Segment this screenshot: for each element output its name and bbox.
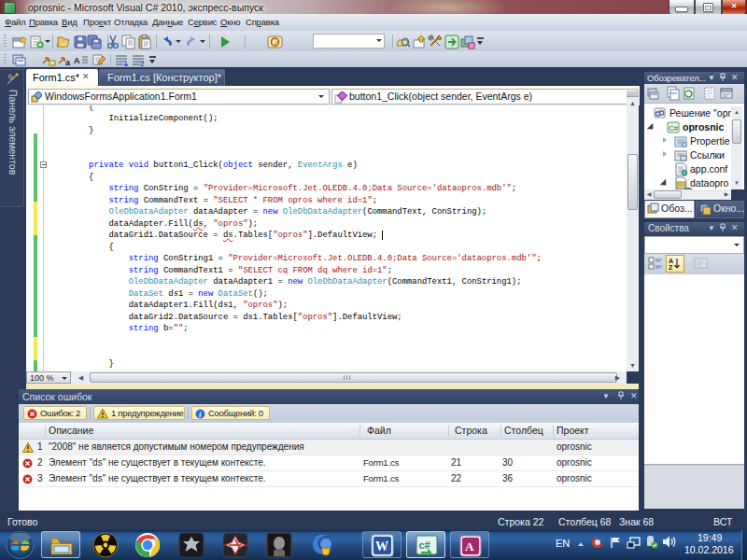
svg-text:a: a (65, 58, 71, 66)
svg-text:A: A (669, 258, 673, 264)
svg-text:A: A (74, 56, 80, 65)
svg-text:Z: Z (669, 264, 673, 271)
svg-text:2: 2 (140, 60, 145, 66)
svg-text:C#: C# (669, 124, 679, 133)
svg-text:W: W (375, 539, 388, 553)
svg-text:c#: c# (419, 539, 430, 551)
svg-text:A: A (465, 539, 474, 553)
